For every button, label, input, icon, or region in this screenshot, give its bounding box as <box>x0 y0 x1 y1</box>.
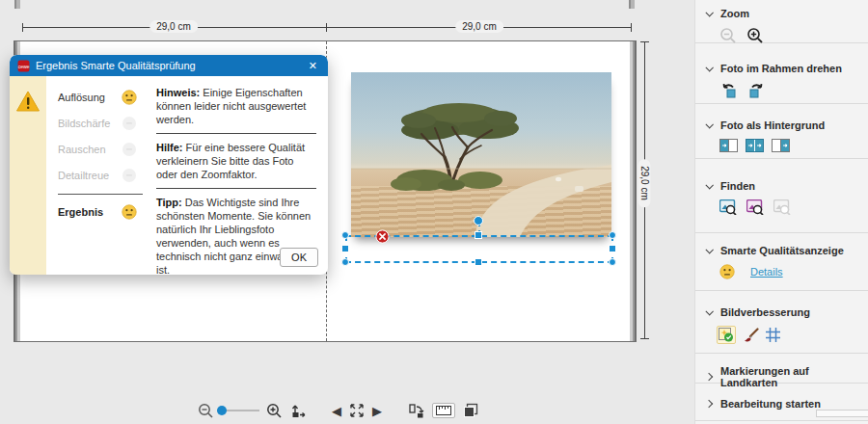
panel-label: Bearbeitung starten <box>720 398 821 410</box>
criteria-row: Bildschärfe <box>58 110 154 136</box>
rotation-handle[interactable] <box>474 216 483 225</box>
panel-label: Finden <box>720 180 755 192</box>
page-overview-button[interactable] <box>462 402 479 419</box>
panel-label: Bildverbesserung <box>720 306 810 318</box>
zoom-slider-thumb[interactable] <box>217 406 227 415</box>
photo-savanna-tree[interactable] <box>351 72 611 237</box>
hint-lead: Hinweis: <box>156 87 200 98</box>
selection-handle-left-middle[interactable] <box>341 245 349 252</box>
fit-to-window-button[interactable] <box>289 402 307 419</box>
ruler-tick <box>640 41 649 42</box>
criteria-row: Detailtreue <box>58 162 154 188</box>
rotate-left-icon[interactable] <box>719 82 738 99</box>
panel-image-enhancement: Bildverbesserung <box>695 291 868 354</box>
criteria-label: Bildschärfe <box>58 118 118 129</box>
previous-page-button[interactable]: ◀ <box>332 405 341 417</box>
panel-smart-quality: Smarte Qualitätsanzeige Details <box>695 233 868 291</box>
panel-header-background[interactable]: Foto als Hintergrund <box>706 119 868 131</box>
panel-photo-as-background: Foto als Hintergrund <box>695 104 868 159</box>
panel-header-smart-quality[interactable]: Smarte Qualitätsanzeige <box>706 245 868 256</box>
zoom-in-button[interactable] <box>266 403 283 419</box>
panel-header-rotate[interactable]: Foto im Rahmen drehen <box>706 63 868 74</box>
quality-criteria-list: Auflösung Bildschärfe Rauschen <box>46 76 154 275</box>
disabled-state-icon <box>122 116 137 131</box>
panel-zoom: Zoom <box>695 0 868 43</box>
details-link[interactable]: Details <box>750 266 783 278</box>
criteria-label: Rauschen <box>58 144 118 155</box>
chevron-down-icon <box>705 9 713 16</box>
result-row: Ergebnis <box>58 199 154 225</box>
panel-start-editing: Bearbeitung starten <box>695 384 868 421</box>
rotate-spread-button[interactable] <box>407 402 425 420</box>
ok-button[interactable]: OK <box>280 248 318 267</box>
panel-rotate-photo: Foto im Rahmen drehen <box>695 43 868 104</box>
grid-icon[interactable] <box>766 328 780 342</box>
help-lead: Hilfe: <box>156 142 183 153</box>
panel-header-start-editing[interactable]: Bearbeitung starten <box>706 398 868 410</box>
photo-book-editor: 29,0 cm 29,0 cm 29,0 cm <box>0 0 868 424</box>
selection-handle-bottom-right[interactable] <box>609 258 616 266</box>
dialog-title: Ergebnis Smarte Qualitätsprüfung <box>36 60 306 71</box>
help-message: Hilfe: Für eine bessere Qualität verklei… <box>156 141 316 181</box>
selection-handle-top-right[interactable] <box>609 231 616 239</box>
background-left-page-icon[interactable] <box>719 139 738 152</box>
close-icon[interactable]: ✕ <box>306 60 320 72</box>
photo-scene <box>351 72 611 237</box>
ruler-tick <box>640 338 649 339</box>
panel-find: Finden <box>695 159 868 233</box>
panel-header-find[interactable]: Finden <box>706 180 868 192</box>
selection-handle-bottom-center[interactable] <box>475 258 482 266</box>
selection-handle-top-left[interactable] <box>341 231 349 239</box>
selection-handle-top-center[interactable] <box>475 231 482 239</box>
fullscreen-button[interactable] <box>348 402 366 419</box>
brush-icon[interactable] <box>743 328 759 343</box>
neutral-smiley-icon <box>719 264 735 279</box>
chevron-down-icon <box>705 181 713 189</box>
panel-label: Smarte Qualitätsanzeige <box>720 245 844 256</box>
rotate-right-icon[interactable] <box>747 82 766 99</box>
page-edge-right <box>630 41 637 341</box>
hint-message: Hinweis: Einige Eigenschaften können lei… <box>156 86 316 126</box>
toggle-rulers-button[interactable] <box>432 403 455 418</box>
ruler-icon <box>436 406 451 415</box>
auto-enhance-button[interactable] <box>717 326 736 344</box>
next-page-button[interactable]: ▶ <box>372 405 382 417</box>
find-disabled-icon <box>773 199 791 215</box>
panel-label: Foto als Hintergrund <box>720 119 825 131</box>
selection-handle-bottom-left[interactable] <box>341 258 349 266</box>
dialog-titlebar[interactable]: cewe Ergebnis Smarte Qualitätsprüfung ✕ <box>10 55 328 76</box>
panel-label: Foto im Rahmen drehen <box>720 63 842 74</box>
criteria-label: Auflösung <box>58 92 118 103</box>
find-usage-icon[interactable] <box>746 199 764 215</box>
quality-messages: Hinweis: Einige Eigenschaften können lei… <box>154 76 328 275</box>
svg-text:cewe: cewe <box>18 64 30 69</box>
bottom-toolbar: ◀ ▶ <box>198 398 479 423</box>
ruler-tick <box>22 23 23 32</box>
panel-header-image-enhancement[interactable]: Bildverbesserung <box>706 306 868 318</box>
previous-spread-edge <box>14 0 20 9</box>
page-height-label: 29,0 cm <box>638 159 651 207</box>
selection-handle-right-middle[interactable] <box>609 245 616 252</box>
background-spread-icon[interactable] <box>746 139 764 152</box>
page-width-label-left: 29,0 cm <box>149 20 198 33</box>
chevron-down-icon <box>705 307 713 315</box>
warning-icon <box>15 90 41 113</box>
zoom-out-icon[interactable] <box>719 27 737 44</box>
chevron-down-icon <box>705 64 713 71</box>
find-photo-icon[interactable] <box>719 199 737 215</box>
criteria-label: Detailtreue <box>58 170 118 181</box>
zoom-out-button[interactable] <box>198 403 214 419</box>
message-divider <box>156 188 316 189</box>
disabled-state-icon <box>122 168 137 183</box>
quality-warning-marker-icon[interactable] <box>375 229 390 244</box>
dialog-accent-band <box>10 76 46 275</box>
criteria-row: Rauschen <box>58 136 154 162</box>
zoom-slider[interactable] <box>217 410 259 411</box>
panel-header-zoom[interactable]: Zoom <box>706 8 868 19</box>
chevron-right-icon <box>705 373 713 381</box>
previous-spread-edge <box>629 0 635 9</box>
chevron-down-icon <box>705 120 713 128</box>
result-divider <box>58 194 143 195</box>
zoom-in-icon[interactable] <box>746 27 764 44</box>
background-right-page-icon[interactable] <box>772 139 790 152</box>
